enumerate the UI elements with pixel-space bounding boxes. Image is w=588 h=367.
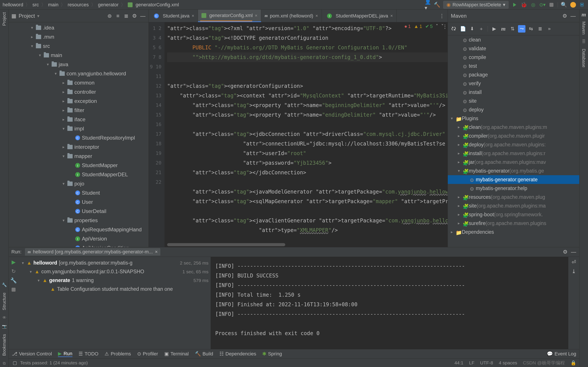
prev-highlight-icon[interactable]: ˄ [436,24,438,29]
maven-tree-row[interactable]: ⚙mybatis-generator:generate [448,175,579,184]
maven-tree-row[interactable]: ⚙test [448,62,579,70]
tree-arrow-icon[interactable]: ▸ [457,125,461,130]
run-hide-icon[interactable]: — [571,249,577,255]
project-view-dropdown[interactable]: ▾ [37,13,39,18]
maven-tree-row[interactable]: ▸🧩install (org.apache.maven.plugins:r [448,149,579,158]
breadcrumb-item[interactable]: generatorConfig.xml [136,2,179,8]
run-button[interactable] [512,2,518,8]
maven-tree-row[interactable]: ▸🧩site (org.apache.maven.plugins:ma [448,201,579,210]
run-tree-row[interactable]: ▲Table Configuration student matched mor… [21,285,208,294]
maven-tree-row[interactable]: ⚙package [448,70,579,79]
maven-more-icon[interactable]: » [545,25,553,33]
eye-icon[interactable]: 👁 [1,314,8,321]
tree-row[interactable]: ▸interceptor [9,142,148,152]
tree-arrow-icon[interactable]: ▾ [61,154,66,158]
tree-row[interactable]: ▾pojo [9,179,148,188]
profile-button[interactable]: ⊙▾ [539,2,545,8]
tree-row[interactable]: ▸common [9,78,148,87]
tree-arrow-icon[interactable]: ▾ [450,116,454,121]
problems-tab[interactable]: ⚠Problems [104,351,131,357]
ide-settings-icon[interactable] [570,2,576,8]
tree-arrow-icon[interactable]: ▾ [38,53,42,58]
maven-show-deps-icon[interactable]: ⇆ [527,25,535,33]
tree-arrow-icon[interactable]: ▾ [457,168,461,173]
bookmarks-tool-tab[interactable]: Bookmarks [1,331,8,359]
build-icon[interactable]: 🔨 [434,2,440,8]
weak-warning-chip[interactable]: ✔ 5 [425,24,433,29]
tree-arrow-icon[interactable]: ▸ [61,80,66,85]
hide-icon[interactable]: — [140,13,146,19]
debug-button[interactable]: 🐞 [521,2,527,8]
maven-tree-row[interactable]: ⚙install [448,88,579,97]
select-opened-file-icon[interactable]: ⊚ [106,13,113,19]
tree-row[interactable]: IStudentMapper [9,161,148,170]
todo-tab[interactable]: ☰TODO [78,351,98,357]
scroll-to-end-icon[interactable]: ⤓ [571,268,577,274]
warning-chip[interactable]: ▲ 1 [414,24,422,29]
maven-tree-row[interactable]: ⚙site [448,97,579,105]
tree-arrow-icon[interactable]: ▸ [457,203,461,208]
add-user-icon[interactable]: 👤▾ [425,2,431,8]
tree-row[interactable]: ▾java [9,60,148,69]
maven-tree-row[interactable]: ▸🧩spring-boot (org.springframework. [448,210,579,219]
maven-generate-sources-icon[interactable]: 📄 [459,25,467,33]
breadcrumb-item[interactable]: generator [98,2,119,8]
maven-hide-icon[interactable]: — [570,13,576,19]
editor-tab[interactable]: mpom.xml (helloword)× [261,10,322,22]
run-tab[interactable]: m helloword [org.mybatis.generator:mybat… [25,248,160,256]
stop2-icon[interactable] [10,287,17,293]
tree-arrow-icon[interactable]: ▾ [61,181,66,186]
run-tree-row[interactable]: ▾▲com.yangjunbo:helloword:jar:0.0.1-SNAP… [21,267,208,276]
tree-row[interactable]: ▸filter [9,106,148,115]
coverage-button[interactable]: ◎ [530,2,536,8]
maven-tree-row[interactable]: ⚙clean [448,35,579,44]
build-tab[interactable]: 🔨Build [195,351,213,357]
run-settings-icon[interactable]: ⚙ [562,249,568,255]
tree-arrow-icon[interactable]: ▸ [61,108,66,113]
tree-arrow-icon[interactable]: ▸ [457,142,461,147]
tree-arrow-icon[interactable]: ▸ [457,133,461,138]
tree-arrow-icon[interactable]: ▾ [28,269,33,274]
tree-row[interactable]: CUser [9,198,148,207]
inspection-widget[interactable]: ● 1 ▲ 1 ✔ 5 ˄ ˅ [404,24,444,29]
maven-tree-row[interactable]: ▸🧩clean (org.apache.maven.plugins:m [448,123,579,132]
tree-arrow-icon[interactable]: ▸ [61,90,66,94]
tree-arrow-icon[interactable]: ▸ [457,160,461,165]
stop-button[interactable] [548,2,554,8]
maven-settings-icon[interactable]: ⚙ [562,13,568,19]
tree-arrow-icon[interactable]: ▸ [30,34,34,39]
maven-tree-row[interactable]: ▸📁Dependencies [448,228,579,236]
tree-row[interactable]: IApiVersion [9,234,148,243]
maven-reload-icon[interactable]: 🗘 [450,25,458,33]
tree-row[interactable]: ▸iface [9,115,148,124]
tree-row[interactable]: CApiRequestMappingHand [9,225,148,234]
maven-tree-row[interactable]: ▸🧩jar (org.apache.maven.plugins:mav [448,158,579,167]
close-icon[interactable]: × [390,13,393,18]
tree-row[interactable]: ▾com.yangjunbo.helloword [9,69,148,78]
tree-row[interactable]: ▸.mvn [9,32,148,42]
build-tool-icon[interactable]: 🔧 [10,277,17,284]
tree-arrow-icon[interactable]: ▸ [61,145,66,150]
tree-arrow-icon[interactable]: ▸ [457,212,461,217]
indent-setting[interactable]: 4 spaces [499,360,517,366]
soft-wrap-icon[interactable]: ⏎ [571,259,577,265]
run-tree-row[interactable]: ▾▲generate 1 warning579 ms [21,276,208,285]
close-icon[interactable]: × [155,249,158,255]
maven-tree-row[interactable]: ▾🧩mybatis-generator (org.mybatis.ge [448,167,579,175]
tree-arrow-icon[interactable]: ▾ [61,218,66,223]
tree-arrow-icon[interactable]: ▾ [36,278,41,283]
run-config-selector[interactable]: ◉ RowMapper.testDelete ▾ [443,1,509,9]
tree-row[interactable]: IStudentMapperDEL [9,170,148,179]
database-tool-tab[interactable]: Database [580,46,587,70]
expand-all-icon[interactable]: ≡ [115,13,121,19]
maven-tree-row[interactable]: ▸🧩deploy (org.apache.maven.plugins: [448,140,579,149]
terminal-tab[interactable]: ▣Terminal [164,351,189,357]
maven-execute-icon[interactable]: m [500,25,507,33]
camera-icon[interactable]: 📷 [1,323,8,330]
breadcrumb-item[interactable]: main [48,2,59,8]
search-icon[interactable]: 🔍 [561,2,567,8]
maven-tool-tab[interactable]: Maven [580,19,587,37]
tree-row[interactable]: ▾impl [9,124,148,133]
tree-arrow-icon[interactable]: ▾ [30,25,34,30]
caret-position[interactable]: 44:1 [454,360,463,366]
